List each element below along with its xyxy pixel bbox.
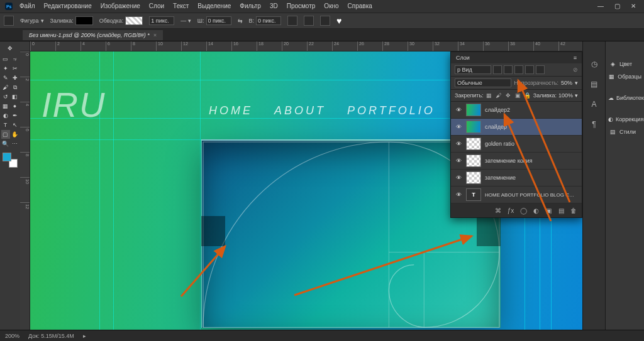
lock-all-icon[interactable]: 🔒 [524,92,531,99]
layer-row[interactable]: 👁затемнение [451,170,582,187]
menu-текст[interactable]: Текст [169,3,193,9]
panel-tab-Стили[interactable]: ▤Стили [606,126,644,138]
blur-tool[interactable]: ● [11,102,19,111]
menu-редактирование[interactable]: Редактирование [40,3,96,9]
visibility-icon[interactable]: 👁 [455,141,462,147]
stroke-swatch[interactable] [125,16,143,25]
align-icon[interactable] [304,16,314,26]
menu-файл[interactable]: Файл [15,3,40,9]
edit-toolbar[interactable]: ⋯ [11,139,19,148]
visibility-icon[interactable]: 👁 [455,124,462,130]
width-input[interactable] [206,16,231,25]
ruler-vertical[interactable]: 024681012 [20,51,30,330]
panel-tab-Коррекция[interactable]: ◐Коррекция [606,113,644,126]
fill-value[interactable]: 100% [558,92,573,99]
menu-изображение[interactable]: Изображение [96,3,145,9]
menu-фильтр[interactable]: Фильтр [235,3,265,9]
layer-row[interactable]: 👁слайдер2 [451,102,582,119]
panel-tab-Цвет[interactable]: ◈Цвет [606,58,644,70]
opacity-value[interactable]: 50% [561,80,572,86]
character-panel-icon[interactable]: A [588,98,601,111]
path-ops-icon[interactable] [287,16,297,26]
move-tool[interactable]: ✥ [1,43,19,54]
eyedrop-tool[interactable]: ✎ [1,73,10,82]
fx-icon[interactable]: ƒx [506,206,515,215]
gradient-tool[interactable]: ▦ [1,102,10,111]
filter-type-icon[interactable] [514,65,523,74]
svg-text:Ps: Ps [6,4,12,9]
layers-panel[interactable]: Слои≡ р Вид ⊘ Обычные Непрозрачность: 50… [450,51,582,218]
slider-next-handle[interactable] [477,216,501,246]
history-brush-tool[interactable]: ↺ [1,92,10,101]
adjust-icon[interactable]: ◐ [531,206,540,215]
menu-слои[interactable]: Слои [145,3,169,9]
maximize-button[interactable]: ▢ [609,0,625,13]
doc-info: Док: 5.15M/15.4M [28,333,74,339]
layer-thumb [466,104,481,116]
type-tool[interactable]: T [1,121,10,129]
path-tool[interactable]: ↖ [11,121,19,129]
new-layer-icon[interactable]: ▤ [557,206,565,215]
slider-prev-handle[interactable] [201,216,225,246]
properties-panel-icon[interactable]: ▤ [588,78,601,90]
document-tab[interactable]: Без имени-1.psd @ 200% (слайдер, RGB/8#)… [23,30,163,40]
color-swatches[interactable] [3,153,18,168]
brush-tool[interactable]: 🖌 [1,83,10,92]
layer-row[interactable]: 👁слайдер [451,119,582,136]
close-button[interactable]: ✕ [625,0,641,13]
panel-menu-icon[interactable]: ≡ [574,55,577,61]
dodge-tool[interactable]: ◐ [1,111,10,120]
link-layers-icon[interactable]: ⌘ [494,206,502,215]
filter-pixel-icon[interactable] [493,65,502,74]
document-canvas[interactable]: IRU HOMEABOUTPORTFOLIOBLOGCON [30,51,582,330]
crop-tool[interactable]: ✂ [11,64,19,73]
eraser-tool[interactable]: ◧ [11,92,19,101]
fill-swatch[interactable] [75,16,93,25]
lock-pos-icon[interactable]: ✥ [504,92,512,99]
filter-shape-icon[interactable] [525,65,534,74]
layer-row[interactable]: 👁golden ratio [451,136,582,153]
visibility-icon[interactable]: 👁 [455,107,462,113]
shape-tool[interactable]: ▢ [1,130,10,139]
delete-layer-icon[interactable]: 🗑 [569,206,578,215]
menu-выделение[interactable]: Выделение [193,3,235,9]
marquee-tool[interactable]: ▭ [1,55,10,63]
zoom-tool[interactable]: 🔍 [1,139,10,148]
arrange-icon[interactable] [320,16,330,26]
panel-tab-Образцы[interactable]: ▦Образцы [606,70,644,83]
height-input[interactable] [256,16,281,25]
lock-paint-icon[interactable]: 🖌 [495,92,502,99]
tool-preset-icon[interactable] [4,16,14,26]
lock-artboard-icon[interactable]: ▣ [514,92,521,99]
zoom-value[interactable]: 200% [5,333,19,339]
visibility-icon[interactable]: 👁 [455,175,462,181]
ruler-horizontal[interactable]: 0246810121416182022242628303234363840424… [30,41,582,51]
pen-tool[interactable]: ✒ [11,111,19,120]
stroke-width-input[interactable] [149,16,174,25]
menu-3d[interactable]: 3D [265,3,282,9]
panel-tab-Библиотеки[interactable]: ☁Библиотеки [606,92,644,104]
history-panel-icon[interactable]: ◷ [588,58,601,70]
filter-kind-select[interactable]: р Вид [455,65,491,74]
group-icon[interactable]: ▣ [544,206,553,215]
wand-tool[interactable]: ✦ [1,64,10,73]
layer-row[interactable]: 👁THOME ABOUT PORTFOLIO BLOG CONTACT [451,187,582,203]
layer-row[interactable]: 👁затемнение копия [451,153,582,170]
lasso-tool[interactable]: ⟉ [11,55,19,63]
heal-tool[interactable]: ✚ [11,73,19,82]
menu-справка[interactable]: Справка [343,3,377,9]
shape-heart-icon[interactable]: ♥ [336,16,341,26]
filter-adjust-icon[interactable] [504,65,513,74]
mask-icon[interactable]: ◯ [519,206,528,215]
paragraph-panel-icon[interactable]: ¶ [588,118,601,131]
menu-окно[interactable]: Окно [319,3,343,9]
menu-просмотр[interactable]: Просмотр [282,3,320,9]
visibility-icon[interactable]: 👁 [455,192,462,198]
hand-tool[interactable]: ✋ [11,130,19,139]
filter-smart-icon[interactable] [536,65,545,74]
visibility-icon[interactable]: 👁 [455,158,462,164]
stamp-tool[interactable]: ⧉ [11,83,19,92]
blend-mode-select[interactable]: Обычные [455,78,511,87]
minimize-button[interactable]: — [592,0,609,13]
lock-trans-icon[interactable]: ▦ [486,92,493,99]
